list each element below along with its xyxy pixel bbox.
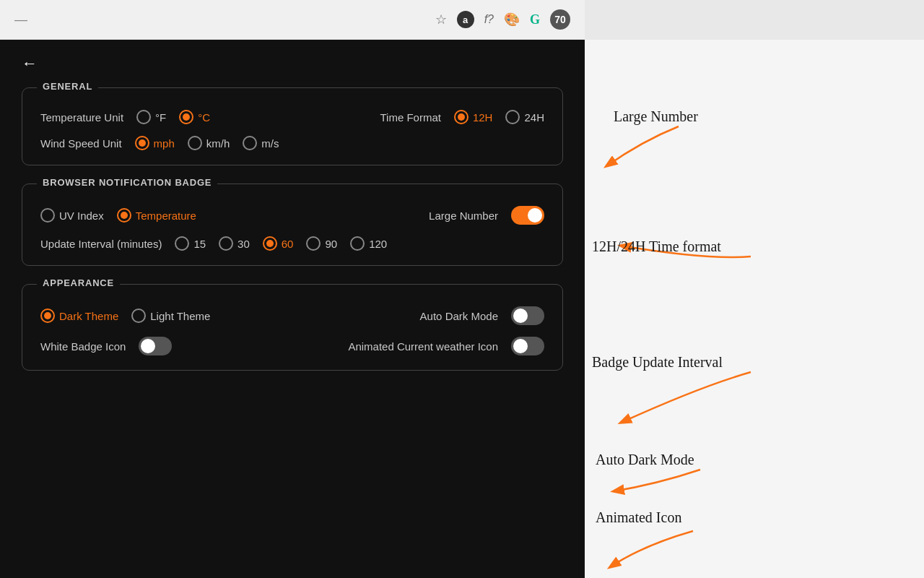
large-number-toggle[interactable] xyxy=(511,206,544,225)
color-icon[interactable]: 🎨 xyxy=(504,12,520,27)
dark-theme-label: Dark Theme xyxy=(59,310,118,322)
notification-section: BROWSER NOTIFICATION BADGE UV Index Temp… xyxy=(22,184,563,266)
interval-15-radio[interactable] xyxy=(175,236,189,251)
time-12h-option[interactable]: 12H xyxy=(454,110,493,124)
general-title: GENERAL xyxy=(37,81,98,92)
annotation-large-number: Large Number xyxy=(614,108,698,125)
interval-120-radio[interactable] xyxy=(350,236,365,251)
wind-row: Wind Speed Unit mph km/h m/s xyxy=(40,136,544,150)
annotation-auto-dark: Auto Dark Mode xyxy=(596,452,694,468)
badge-icon-row: White Badge Icon Animated Current weathe… xyxy=(40,337,544,355)
settings-panel: ← GENERAL Temperature Unit °F °C Time Fo… xyxy=(0,40,585,578)
white-badge-toggle[interactable] xyxy=(139,337,172,355)
temp-c-option[interactable]: °C xyxy=(179,110,210,124)
wind-ms-option[interactable]: m/s xyxy=(243,136,279,150)
back-button[interactable]: ← xyxy=(22,54,38,73)
interval-120-label: 120 xyxy=(369,238,387,250)
dark-theme-radio[interactable] xyxy=(40,309,55,323)
amazon-icon[interactable]: a xyxy=(457,11,474,28)
interval-30-option[interactable]: 30 xyxy=(219,236,250,251)
time-format-label: Time Format xyxy=(380,111,440,124)
temp-f-label: °F xyxy=(155,111,166,124)
interval-90-label: 90 xyxy=(325,238,337,250)
wind-kmh-option[interactable]: km/h xyxy=(188,136,230,150)
large-number-label: Large Number xyxy=(429,210,498,222)
animated-icon-label: Animated Current weather Icon xyxy=(348,340,498,353)
badge-number: 70 xyxy=(550,9,570,30)
badge-type-row: UV Index Temperature Large Number xyxy=(40,206,544,225)
wind-label: Wind Speed Unit xyxy=(40,137,122,150)
temperature-row: Temperature Unit °F °C Time Format 12H xyxy=(40,110,544,124)
interval-30-label: 30 xyxy=(237,238,250,250)
annotation-time-format: 12H/24H Time format xyxy=(592,238,721,255)
wind-mph-label: mph xyxy=(154,137,175,150)
light-theme-radio[interactable] xyxy=(131,309,146,323)
auto-dark-knob xyxy=(513,309,528,323)
uv-index-label: UV Index xyxy=(59,210,104,222)
time-24h-radio[interactable] xyxy=(505,110,520,124)
wind-mph-option[interactable]: mph xyxy=(135,136,175,150)
interval-90-radio[interactable] xyxy=(306,236,321,251)
large-number-knob xyxy=(528,208,542,223)
temp-f-option[interactable]: °F xyxy=(136,110,166,124)
temperature-option[interactable]: Temperature xyxy=(117,208,196,223)
annotation-panel: Large Number 12H/24H Time format Badge U… xyxy=(585,40,924,578)
temp-f-radio[interactable] xyxy=(136,110,151,124)
bookmark-icon[interactable]: ☆ xyxy=(435,12,447,27)
auto-dark-label: Auto Dark Mode xyxy=(420,310,498,322)
dark-theme-option[interactable]: Dark Theme xyxy=(40,309,118,323)
interval-row: Update Interval (minutes) 15 30 60 90 xyxy=(40,236,544,251)
time-12h-radio[interactable] xyxy=(454,110,468,124)
animated-icon-knob xyxy=(513,339,528,353)
temp-unit-label: Temperature Unit xyxy=(40,111,123,124)
temperature-label: Temperature xyxy=(136,210,196,222)
general-section: GENERAL Temperature Unit °F °C Time Form… xyxy=(22,87,563,165)
appearance-title: APPEARANCE xyxy=(37,277,120,288)
interval-60-radio[interactable] xyxy=(263,236,277,251)
wind-ms-label: m/s xyxy=(261,137,279,150)
theme-row: Dark Theme Light Theme Auto Dark Mode xyxy=(40,306,544,325)
annotation-animated-icon: Animated Icon xyxy=(596,509,681,526)
interval-label: Update Interval (minutes) xyxy=(40,238,162,250)
wind-mph-radio[interactable] xyxy=(135,136,149,150)
temp-c-label: °C xyxy=(198,111,210,124)
animated-icon-toggle[interactable] xyxy=(511,337,544,355)
grammarly-icon[interactable]: G xyxy=(530,12,540,27)
appearance-section: APPEARANCE Dark Theme Light Theme Auto D… xyxy=(22,284,563,371)
interval-30-radio[interactable] xyxy=(219,236,233,251)
temperature-radio[interactable] xyxy=(117,208,131,223)
font-icon[interactable]: f? xyxy=(484,13,494,26)
time-24h-label: 24H xyxy=(524,111,544,124)
time-12h-label: 12H xyxy=(473,111,493,124)
light-theme-label: Light Theme xyxy=(150,310,210,322)
white-badge-knob xyxy=(141,339,155,353)
annotation-badge-interval: Badge Update Interval xyxy=(592,354,723,371)
wind-ms-radio[interactable] xyxy=(243,136,257,150)
auto-dark-toggle[interactable] xyxy=(511,306,544,325)
wind-kmh-label: km/h xyxy=(206,137,230,150)
white-badge-label: White Badge Icon xyxy=(40,340,126,353)
interval-15-option[interactable]: 15 xyxy=(175,236,206,251)
interval-60-option[interactable]: 60 xyxy=(263,236,294,251)
interval-60-label: 60 xyxy=(282,238,294,250)
minimize-button[interactable]: — xyxy=(14,12,27,27)
wind-kmh-radio[interactable] xyxy=(188,136,202,150)
interval-120-option[interactable]: 120 xyxy=(350,236,387,251)
notification-title: BROWSER NOTIFICATION BADGE xyxy=(37,177,217,188)
uv-index-radio[interactable] xyxy=(40,208,55,223)
light-theme-option[interactable]: Light Theme xyxy=(131,309,210,323)
time-24h-option[interactable]: 24H xyxy=(505,110,544,124)
uv-index-option[interactable]: UV Index xyxy=(40,208,104,223)
temp-c-radio[interactable] xyxy=(179,110,193,124)
interval-90-option[interactable]: 90 xyxy=(306,236,337,251)
interval-15-label: 15 xyxy=(193,238,206,250)
